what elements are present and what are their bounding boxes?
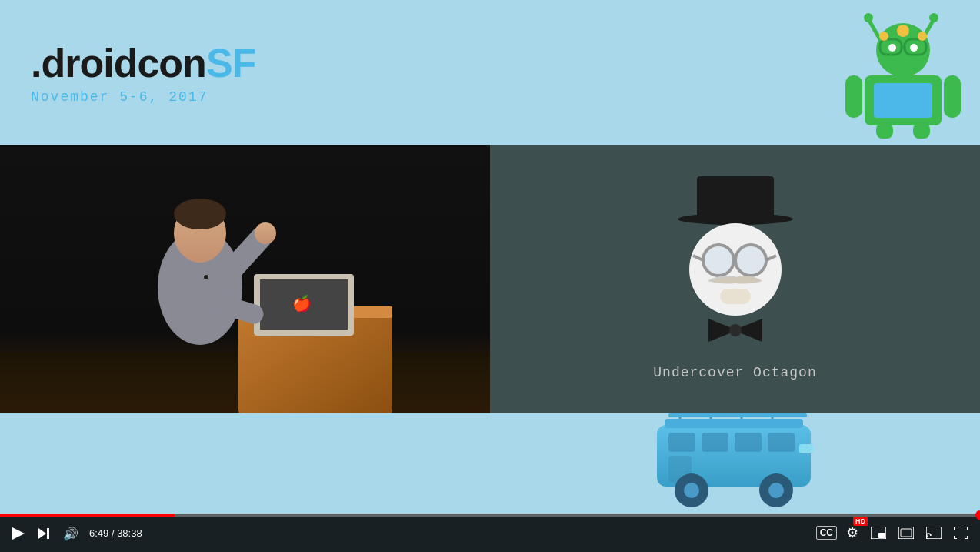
- bus-illustration: [649, 410, 826, 510]
- settings-icon: ⚙: [846, 524, 858, 541]
- cc-button[interactable]: CC: [816, 526, 837, 540]
- logo-sf: SF: [206, 41, 255, 85]
- video-controls: 🔊 6:49 / 38:38 CC ⚙ HD: [0, 514, 980, 552]
- speaker-video[interactable]: 🍎: [0, 145, 490, 413]
- svg-point-41: [729, 324, 742, 336]
- theater-mode-button[interactable]: [895, 524, 917, 542]
- svg-point-33: [703, 245, 734, 276]
- volume-icon: 🔊: [63, 527, 78, 541]
- svg-marker-40: [739, 319, 762, 342]
- svg-point-32: [204, 275, 208, 279]
- play-icon: [12, 527, 25, 540]
- svg-rect-12: [845, 75, 862, 118]
- right-controls: CC ⚙ HD: [816, 521, 971, 544]
- svg-rect-45: [702, 433, 728, 452]
- svg-rect-63: [926, 527, 942, 539]
- character-illustration: [689, 179, 782, 342]
- progress-filled: [0, 514, 175, 517]
- svg-rect-15: [913, 123, 930, 139]
- skip-icon: [38, 528, 49, 539]
- svg-rect-13: [944, 75, 961, 118]
- progress-dot: [975, 510, 980, 520]
- fullscreen-button[interactable]: [951, 524, 971, 542]
- svg-point-64: [926, 537, 928, 539]
- logo-dot: .: [31, 41, 41, 85]
- miniplayer-button[interactable]: [868, 524, 889, 542]
- skip-button[interactable]: [35, 525, 52, 542]
- svg-point-30: [255, 222, 276, 244]
- svg-point-18: [918, 32, 927, 41]
- svg-point-6: [910, 44, 918, 52]
- cast-icon: [926, 527, 942, 539]
- play-button[interactable]: [9, 524, 28, 543]
- header: .droidconSF November 5-6, 2017: [0, 0, 980, 145]
- svg-line-36: [693, 256, 703, 260]
- svg-rect-11: [874, 83, 932, 118]
- settings-badge: ⚙ HD: [843, 521, 862, 544]
- logo-text: .droidconSF: [31, 40, 255, 86]
- svg-point-16: [897, 25, 909, 37]
- svg-rect-46: [735, 433, 762, 452]
- svg-point-5: [888, 44, 896, 52]
- svg-rect-44: [668, 433, 695, 452]
- time-display: 6:49 / 38:38: [89, 527, 142, 539]
- svg-rect-58: [668, 413, 807, 417]
- svg-rect-47: [768, 433, 795, 452]
- svg-rect-14: [876, 123, 893, 139]
- svg-rect-43: [665, 419, 803, 428]
- logo-date: November 5-6, 2017: [31, 89, 208, 105]
- svg-point-34: [735, 245, 766, 276]
- glasses-icon: [689, 223, 782, 316]
- svg-line-37: [766, 256, 776, 260]
- progress-bar[interactable]: [0, 514, 980, 517]
- logo-droidcon: droidcon: [41, 41, 205, 85]
- bowtie-icon: [708, 319, 762, 342]
- cast-button[interactable]: [923, 524, 945, 542]
- android-robot-icon: [842, 4, 965, 139]
- hd-badge: HD: [853, 517, 868, 526]
- svg-marker-39: [708, 319, 732, 342]
- logo-area: .droidconSF November 5-6, 2017: [31, 40, 255, 105]
- fullscreen-icon: [954, 527, 968, 539]
- svg-point-17: [879, 32, 888, 41]
- svg-rect-53: [799, 444, 813, 453]
- miniplayer-icon: [871, 527, 886, 539]
- speaker-scene: 🍎: [0, 145, 490, 413]
- svg-rect-60: [878, 533, 885, 538]
- skip-triangle-icon: [38, 528, 46, 539]
- svg-text:🍎: 🍎: [292, 294, 312, 313]
- svg-rect-62: [901, 529, 912, 537]
- svg-point-52: [768, 483, 784, 498]
- svg-point-50: [684, 483, 699, 498]
- svg-point-28: [174, 199, 226, 229]
- theater-icon: [898, 527, 914, 539]
- slide-panel: Undercover Octagon: [490, 145, 980, 413]
- volume-button[interactable]: 🔊: [60, 524, 82, 544]
- video-container: 🍎: [0, 145, 980, 413]
- svg-rect-38: [720, 289, 751, 304]
- svg-point-1: [864, 13, 873, 22]
- svg-point-3: [929, 13, 938, 22]
- slide-caption: Undercover Octagon: [653, 365, 816, 380]
- skip-bar-icon: [47, 528, 49, 539]
